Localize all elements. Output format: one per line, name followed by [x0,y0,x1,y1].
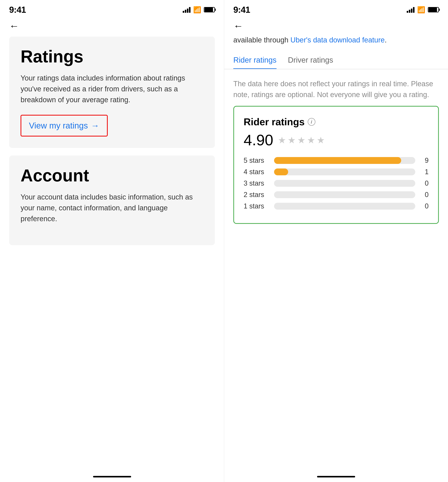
signal-icon [183,7,191,13]
bar-fill-2 [274,169,288,175]
top-text-prefix: available through [233,36,290,44]
bar-row-5: 1 stars0 [244,202,429,210]
left-home-indicator [93,476,131,477]
bar-count-1: 9 [419,156,429,164]
bar-row-1: 5 stars9 [244,156,429,164]
right-wifi-icon: 📶 [417,6,425,14]
bar-count-2: 1 [419,168,429,176]
ratings-section-card: Ratings Your ratings data includes infor… [9,37,215,148]
bar-row-3: 3 stars0 [244,179,429,187]
wifi-icon: 📶 [193,6,201,14]
right-top-text: available through Uber's data download f… [224,33,448,51]
bar-row-2: 4 stars1 [244,168,429,176]
bar-count-3: 0 [419,179,429,187]
ratings-card-title-row: Rider ratings i [244,116,429,128]
right-battery-icon [428,7,439,12]
view-my-ratings-text: View my ratings [29,121,88,130]
bar-label-3: 3 stars [244,179,270,187]
left-status-bar: 9:41 📶 [0,0,224,17]
right-status-time: 9:41 [233,5,250,15]
left-back-arrow: ← [9,20,19,32]
star-4: ★ [307,135,315,145]
bar-track-5 [274,203,415,209]
left-status-time: 9:41 [9,5,26,15]
star-3: ★ [297,135,305,145]
top-text-suffix: . [385,36,387,44]
bar-track-2 [274,169,415,175]
ratings-title: Ratings [21,48,203,65]
battery-icon [204,7,215,12]
right-status-bar: 9:41 📶 [224,0,448,17]
rating-score-row: 4.90 ★ ★ ★ ★ ★ [244,131,429,149]
info-icon[interactable]: i [308,118,315,126]
tab-rider-ratings[interactable]: Rider ratings [233,51,277,69]
stars-row: ★ ★ ★ ★ ★ [278,135,325,145]
bar-fill-1 [274,157,401,164]
bar-count-5: 0 [419,202,429,210]
view-my-ratings-arrow: → [91,121,99,130]
ratings-description: Your ratings data includes information a… [21,73,203,105]
disclaimer-text: The data here does not reflect your rati… [224,69,448,106]
left-status-icons: 📶 [183,6,215,14]
tabs-row: Rider ratings Driver ratings [224,51,448,69]
right-home-indicator [317,476,355,477]
right-back-arrow: ← [233,20,243,32]
rider-ratings-card: Rider ratings i 4.90 ★ ★ ★ ★ ★ 5 stars94… [233,106,439,224]
bar-count-4: 0 [419,191,429,199]
right-back-button[interactable]: ← [224,17,448,33]
tab-driver-ratings[interactable]: Driver ratings [288,51,333,69]
left-back-button[interactable]: ← [0,17,224,33]
bar-track-3 [274,180,415,187]
bar-label-1: 5 stars [244,156,270,164]
star-5: ★ [317,135,325,145]
star-1: ★ [278,135,286,145]
right-panel: 9:41 📶 ← available through Uber's data d… [224,0,448,482]
bar-row-4: 2 stars0 [244,191,429,199]
account-title: Account [21,167,203,184]
left-panel: 9:41 📶 ← Ratings Your ratings data inclu… [0,0,224,482]
right-status-icons: 📶 [407,6,439,14]
bar-label-5: 1 stars [244,202,270,210]
uber-data-link[interactable]: Uber's data download feature [290,36,385,44]
star-2: ★ [288,135,296,145]
bar-label-2: 4 stars [244,168,270,176]
account-section-card: Account Your account data includes basic… [9,155,215,245]
rating-score-value: 4.90 [244,131,273,149]
bar-rows-container: 5 stars94 stars13 stars02 stars01 stars0 [244,156,429,210]
bar-track-4 [274,191,415,198]
account-description: Your account data includes basic informa… [21,192,203,224]
left-content: Ratings Your ratings data includes infor… [0,33,224,482]
bar-label-4: 2 stars [244,191,270,199]
view-my-ratings-button[interactable]: View my ratings → [21,115,108,137]
bar-track-1 [274,157,415,164]
right-signal-icon [407,7,415,13]
rider-ratings-card-title: Rider ratings [244,116,305,128]
